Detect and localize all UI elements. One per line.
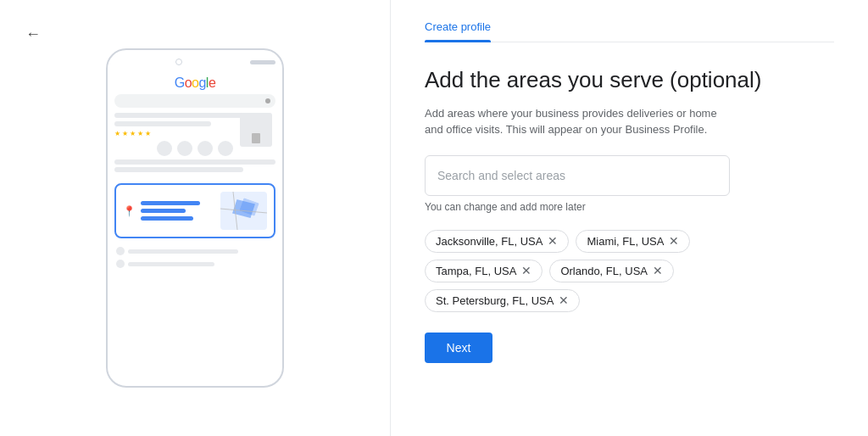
card-lines	[141, 201, 215, 221]
google-logo: G o o g l e	[175, 75, 216, 91]
search-input[interactable]	[437, 169, 717, 182]
phone-bottom-row-2	[116, 260, 274, 268]
tag-miami[interactable]: Miami, FL, USA ✕	[576, 230, 690, 253]
logo-g2: g	[198, 75, 205, 91]
building-door	[252, 133, 260, 143]
phone-card: 📍	[114, 183, 275, 238]
tag-tampa[interactable]: Tampa, FL, USA ✕	[425, 260, 542, 282]
phone-search-bar	[114, 94, 275, 108]
star-2: ★	[122, 130, 128, 137]
star-4: ★	[137, 130, 143, 137]
tag-orlando[interactable]: Orlando, FL, USA ✕	[549, 260, 674, 282]
progress-tabs: Create profile	[425, 20, 834, 42]
phone-icon-call	[157, 141, 172, 156]
logo-e: e	[209, 75, 215, 91]
page-description: Add areas where your business provides d…	[425, 105, 730, 138]
tag-label: Tampa, FL, USA	[436, 265, 516, 277]
tag-label: Miami, FL, USA	[587, 235, 664, 248]
logo-g: G	[175, 75, 185, 91]
phone-bottom	[114, 243, 275, 271]
back-button[interactable]: ←	[25, 25, 41, 43]
phone-header: G o o g l e	[114, 74, 275, 108]
tag-close-stpetersburg[interactable]: ✕	[559, 294, 569, 306]
helper-text: You can change and add more later	[425, 201, 834, 213]
tag-close-miami[interactable]: ✕	[669, 235, 679, 247]
phone-line-1	[114, 113, 243, 118]
tag-label: Jacksonville, FL, USA	[436, 235, 542, 248]
card-line-3	[141, 216, 193, 221]
search-dot	[265, 98, 270, 103]
tag-close-tampa[interactable]: ✕	[521, 265, 531, 277]
card-line-1	[141, 201, 200, 205]
phone-line-2	[114, 121, 211, 126]
phone-speaker	[250, 60, 275, 64]
phone-icon-share	[218, 141, 233, 156]
bottom-line-1	[128, 249, 238, 254]
right-panel: Create profile Add the areas you serve (…	[391, 0, 868, 436]
phone-icon-save	[198, 141, 213, 156]
pin-icon: 📍	[123, 205, 136, 217]
phone-bottom-row-1	[116, 247, 274, 255]
phone-line-3	[114, 159, 275, 165]
phone-camera	[175, 59, 182, 65]
logo-o1: o	[185, 75, 192, 91]
phone-line-4	[114, 167, 243, 172]
phone-top-bar	[114, 59, 275, 65]
search-container[interactable]	[425, 155, 730, 196]
phone-content: ★ ★ ★ ★ ★	[114, 113, 275, 175]
star-1: ★	[114, 130, 120, 137]
bottom-icon-globe	[116, 260, 125, 268]
tag-close-orlando[interactable]: ✕	[653, 265, 663, 277]
tag-close-jacksonville[interactable]: ✕	[548, 235, 558, 247]
card-line-2	[141, 209, 186, 213]
left-panel: ← G o o g l e ★	[0, 0, 390, 436]
phone-mockup: G o o g l e ★ ★ ★ ★ ★	[106, 48, 284, 388]
phone-icon-map	[177, 141, 192, 156]
logo-o2: o	[192, 75, 198, 91]
tab-create-profile[interactable]: Create profile	[425, 20, 491, 42]
bottom-line-2	[128, 262, 214, 266]
star-3: ★	[130, 130, 136, 137]
star-5: ★	[145, 130, 151, 137]
tag-jacksonville[interactable]: Jacksonville, FL, USA ✕	[425, 230, 569, 253]
next-button[interactable]: Next	[425, 333, 492, 363]
building-icon	[240, 113, 272, 147]
tags-container: Jacksonville, FL, USA ✕ Miami, FL, USA ✕…	[425, 230, 764, 312]
tag-stpetersburg[interactable]: St. Petersburg, FL, USA ✕	[425, 289, 580, 312]
tag-label: St. Petersburg, FL, USA	[436, 294, 554, 307]
tag-label: Orlando, FL, USA	[560, 265, 648, 277]
page-title: Add the areas you serve (optional)	[425, 66, 834, 95]
map-sketch-icon	[220, 192, 267, 230]
bottom-icon-phone	[116, 247, 125, 255]
